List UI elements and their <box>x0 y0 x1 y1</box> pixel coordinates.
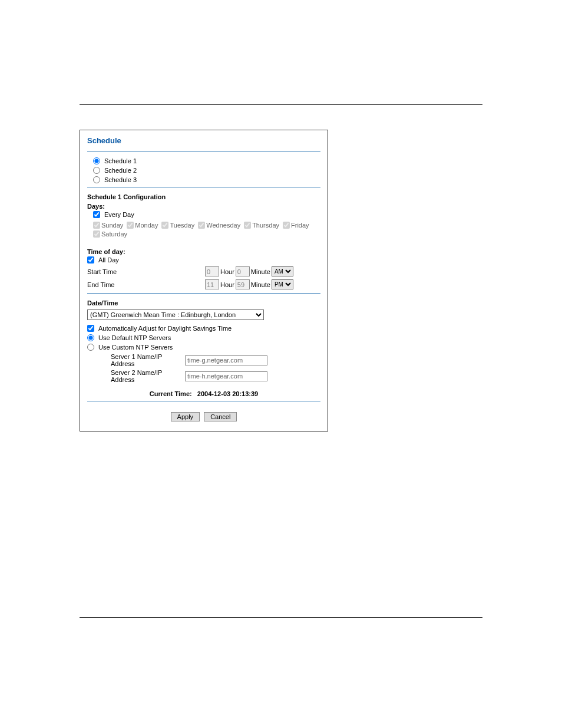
hour-label: Hour <box>220 281 234 288</box>
bottom-horizontal-rule <box>80 617 482 618</box>
saturday-checkbox[interactable] <box>93 230 100 238</box>
dst-label: Automatically Adjust for Daylight Saving… <box>98 325 232 332</box>
server1-label: Server 1 Name/IP Address <box>111 353 181 367</box>
schedule-3-radio[interactable] <box>93 176 100 183</box>
days-row: Sunday Monday Tuesday Wednesday Thursday… <box>93 222 320 238</box>
current-time-value: 2004-12-03 20:13:39 <box>197 390 258 397</box>
start-ampm-select[interactable]: AM <box>272 266 293 276</box>
current-time-row: Current Time: 2004-12-03 20:13:39 <box>87 390 320 397</box>
end-ampm-select[interactable]: PM <box>272 279 293 289</box>
schedule-2-label: Schedule 2 <box>104 167 137 174</box>
default-ntp-label: Use Default NTP Servers <box>98 334 171 341</box>
schedule-1-label: Schedule 1 <box>104 157 137 164</box>
cancel-button[interactable]: Cancel <box>204 412 237 421</box>
sunday-label: Sunday <box>101 222 123 229</box>
top-horizontal-rule <box>80 104 482 105</box>
sunday-checkbox[interactable] <box>93 222 100 229</box>
end-hour-input[interactable] <box>205 279 219 289</box>
default-ntp-radio[interactable] <box>87 334 94 341</box>
monday-label: Monday <box>135 222 158 229</box>
end-minute-input[interactable] <box>236 279 250 289</box>
start-hour-input[interactable] <box>205 266 219 276</box>
hour-label: Hour <box>220 268 234 275</box>
server2-input[interactable] <box>185 371 267 381</box>
tuesday-label: Tuesday <box>170 222 194 229</box>
friday-label: Friday <box>291 222 309 229</box>
every-day-checkbox[interactable] <box>93 211 100 218</box>
panel-title: Schedule <box>87 136 320 145</box>
time-of-day-heading: Time of day: <box>87 248 320 255</box>
friday-checkbox[interactable] <box>283 222 290 229</box>
wednesday-label: Wednesday <box>206 222 240 229</box>
monday-checkbox[interactable] <box>127 222 134 229</box>
apply-button[interactable]: Apply <box>171 412 200 421</box>
divider <box>87 293 320 294</box>
custom-ntp-label: Use Custom NTP Servers <box>98 344 173 351</box>
server2-label: Server 2 Name/IP Address <box>111 369 181 383</box>
wednesday-checkbox[interactable] <box>198 222 205 229</box>
tuesday-checkbox[interactable] <box>161 222 168 229</box>
schedule-1-radio[interactable] <box>93 157 100 164</box>
end-time-label: End Time <box>87 281 205 288</box>
thursday-label: Thursday <box>252 222 279 229</box>
schedule-panel: Schedule Schedule 1 Schedule 2 Schedule … <box>80 130 328 431</box>
timezone-select[interactable]: (GMT) Greenwich Mean Time : Edinburgh, L… <box>87 309 264 320</box>
start-minute-input[interactable] <box>236 266 250 276</box>
schedule-3-label: Schedule 3 <box>104 176 137 183</box>
all-day-checkbox[interactable] <box>87 256 94 263</box>
every-day-label: Every Day <box>104 211 134 218</box>
start-time-label: Start Time <box>87 268 205 275</box>
minute-label: Minute <box>251 268 270 275</box>
custom-ntp-radio[interactable] <box>87 344 94 351</box>
divider <box>87 151 320 151</box>
divider <box>87 401 320 401</box>
config-heading: Schedule 1 Configuration <box>87 193 320 200</box>
datetime-heading: Date/Time <box>87 299 320 307</box>
dst-checkbox[interactable] <box>87 325 94 332</box>
divider <box>87 187 320 187</box>
thursday-checkbox[interactable] <box>244 222 251 229</box>
all-day-label: All Day <box>98 256 119 263</box>
schedule-2-radio[interactable] <box>93 167 100 174</box>
current-time-label: Current Time: <box>150 390 192 397</box>
minute-label: Minute <box>251 281 270 288</box>
server1-input[interactable] <box>185 355 267 365</box>
days-heading: Days: <box>87 203 320 210</box>
saturday-label: Saturday <box>101 230 127 238</box>
